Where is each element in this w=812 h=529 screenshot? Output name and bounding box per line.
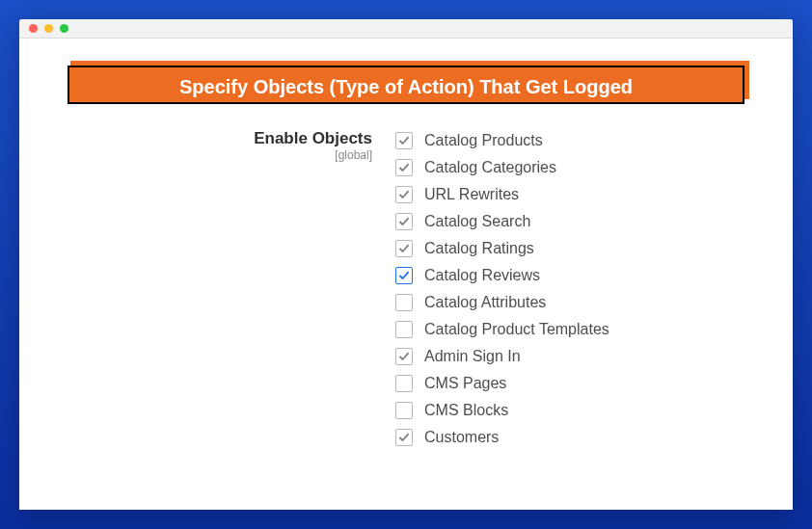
section-title: Specify Objects (Type of Action) That Ge… [68,66,744,104]
option-label: Catalog Categories [424,159,556,176]
option-row-catalog-categories: Catalog Categories [395,154,764,181]
option-row-catalog-ratings: Catalog Ratings [395,235,764,262]
option-label: CMS Pages [424,375,506,392]
option-label: Catalog Product Templates [424,321,609,338]
section-banner: Specify Objects (Type of Action) That Ge… [68,66,744,104]
option-label: Admin Sign In [424,348,521,365]
option-row-catalog-products: Catalog Products [395,127,764,154]
option-label: Catalog Attributes [424,294,546,311]
option-label: Customers [424,429,499,446]
field-scope: [global] [106,148,372,162]
check-icon [398,162,410,173]
option-label: Catalog Products [424,132,543,149]
checkbox-catalog-products[interactable] [395,132,413,149]
browser-window: Specify Objects (Type of Action) That Ge… [19,19,793,510]
check-icon [398,432,410,443]
option-row-cms-pages: CMS Pages [395,370,764,397]
option-label: Catalog Reviews [424,267,540,284]
option-label: Catalog Ratings [424,240,534,257]
option-label: CMS Blocks [424,402,508,419]
checkbox-catalog-attributes[interactable] [395,294,413,311]
checkbox-admin-sign-in[interactable] [395,348,413,365]
checkbox-url-rewrites[interactable] [395,186,413,203]
option-row-admin-sign-in: Admin Sign In [395,343,764,370]
check-icon [398,270,410,281]
field-label-column: Enable Objects [global] [106,127,395,162]
field-label: Enable Objects [106,129,372,148]
option-row-customers: Customers [395,424,764,451]
checkbox-catalog-reviews[interactable] [395,267,413,284]
check-icon [398,189,410,200]
checkbox-catalog-search[interactable] [395,213,413,230]
checkbox-catalog-ratings[interactable] [395,240,413,257]
option-row-url-rewrites: URL Rewrites [395,181,764,208]
checkbox-cms-pages[interactable] [395,375,413,392]
option-row-cms-blocks: CMS Blocks [395,397,764,424]
option-row-catalog-product-templates: Catalog Product Templates [395,316,764,343]
check-icon [398,351,410,362]
window-close-button[interactable] [29,24,38,33]
check-icon [398,216,410,227]
checkbox-catalog-categories[interactable] [395,159,413,176]
window-zoom-button[interactable] [60,24,68,33]
enable-objects-field: Enable Objects [global] Catalog Products… [48,127,764,451]
checkbox-cms-blocks[interactable] [395,402,413,419]
page-content: Specify Objects (Type of Action) That Ge… [19,39,793,510]
option-label: URL Rewrites [424,186,519,203]
option-label: Catalog Search [424,213,530,230]
option-row-catalog-attributes: Catalog Attributes [395,289,764,316]
option-row-catalog-search: Catalog Search [395,208,764,235]
option-row-catalog-reviews: Catalog Reviews [395,262,764,289]
window-minimize-button[interactable] [44,24,53,33]
options-list: Catalog ProductsCatalog CategoriesURL Re… [395,127,764,451]
checkbox-customers[interactable] [395,429,413,446]
checkbox-catalog-product-templates[interactable] [395,321,413,338]
check-icon [398,243,410,254]
check-icon [398,135,410,146]
window-titlebar [19,19,793,39]
